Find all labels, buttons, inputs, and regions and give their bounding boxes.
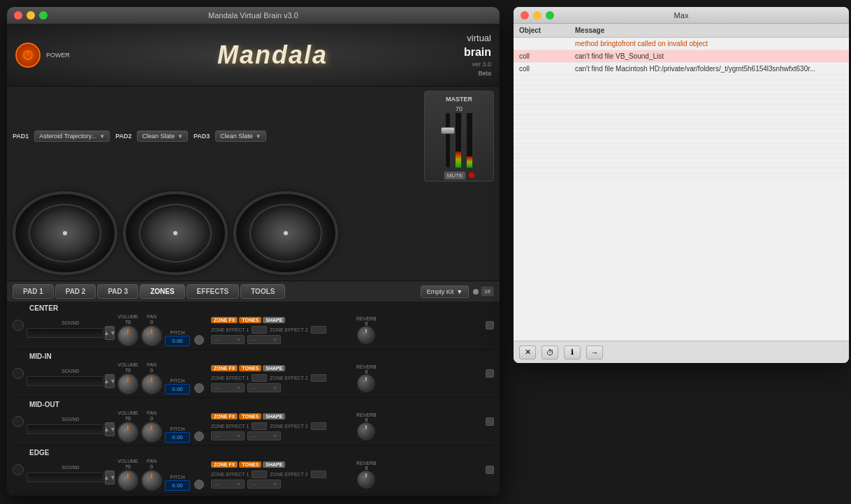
zone-midout-vol-knob[interactable]: [117, 422, 138, 443]
zone-midout-right-btn[interactable]: [486, 417, 494, 426]
zone-midin-sound: SOUND ▲▼: [27, 369, 115, 388]
zone-center-eff2-toggle[interactable]: [311, 326, 326, 334]
zone-midin-vpp: VOLUME 70 PAN 0 PITCH 0.00: [117, 362, 204, 394]
zone-midout-pan-knob[interactable]: [141, 422, 162, 443]
drum-pad-2[interactable]: [123, 191, 228, 275]
max-msg-row-2: coll can't find file Macintosh HD:/priva…: [514, 63, 849, 75]
max-arrow-button[interactable]: →: [586, 346, 603, 360]
zone-edge-sound-arrows[interactable]: ▲▼: [105, 470, 115, 484]
drum-pad-1[interactable]: [13, 191, 117, 275]
pad3-selector[interactable]: Clean Slate ▼: [215, 131, 266, 142]
pad1-selector[interactable]: Asteroid Trajectory... ▼: [34, 131, 110, 142]
drum-pad-3[interactable]: [233, 191, 338, 275]
tab-tools[interactable]: TOOLS: [240, 284, 285, 299]
zone-edge-pan-knob[interactable]: [141, 470, 162, 491]
max-info-button[interactable]: ℹ: [564, 346, 581, 360]
zone-center-sound-label: SOUND: [27, 320, 115, 325]
maximize-button[interactable]: [39, 11, 48, 20]
zone-edge-vol-knob[interactable]: [117, 470, 138, 491]
zone-center-sound-slider[interactable]: [27, 328, 103, 338]
zone-midin-eff2-toggle[interactable]: [311, 374, 326, 382]
zone-midout-toggle[interactable]: [13, 416, 24, 427]
zone-center-s-knob[interactable]: [194, 335, 204, 345]
zone-center-sound-arrows[interactable]: ▲▼: [105, 326, 115, 340]
zone-midin-eff2-drop[interactable]: —▼: [247, 383, 281, 392]
zone-edge-name: EDGE: [27, 449, 483, 457]
power-button[interactable]: [15, 43, 41, 68]
max-msg-row-8: [514, 100, 849, 105]
zone-center-vol-knob[interactable]: [117, 325, 138, 346]
zone-edge-eff2-toggle[interactable]: [311, 470, 326, 478]
zone-center-reverb-knob[interactable]: [357, 326, 375, 344]
max-time-button[interactable]: ⏱: [541, 346, 558, 360]
zone-midin-sound-arrows[interactable]: ▲▼: [105, 374, 115, 388]
vu-bar-left: [456, 151, 461, 168]
tab-pad2[interactable]: PAD 2: [55, 284, 96, 299]
max-msg-row-16: [514, 139, 849, 144]
zone-center-vol-label: VOLUME: [117, 314, 138, 319]
pad1-indicator: [63, 231, 67, 235]
zone-edge-eff1-drop[interactable]: —▼: [211, 480, 245, 489]
zone-edge-eff2-drop[interactable]: —▼: [247, 480, 281, 489]
zone-midout-eff1-toggle[interactable]: [252, 422, 267, 430]
zone-edge-right-btn[interactable]: [486, 466, 494, 474]
zone-edge-sound-slider[interactable]: [27, 473, 103, 482]
pad2-selector[interactable]: Clean Slate ▼: [137, 131, 187, 142]
master-fader-thumb[interactable]: [441, 127, 455, 134]
zone-midout-s-knob[interactable]: [194, 431, 204, 441]
zone-midin-pitch-label: PITCH: [170, 378, 185, 383]
zone-center-pan-label: PAN: [147, 314, 157, 319]
zone-midin-vol-group: VOLUME 70: [117, 362, 138, 394]
zone-midin-sound-slider[interactable]: [27, 376, 103, 386]
zone-center-eff2-drop[interactable]: —▼: [247, 335, 281, 344]
zone-center-fx-row1: ZONE EFFECT 1 ZONE EFFECT 2: [211, 326, 351, 334]
zone-edge-toggle[interactable]: [13, 464, 24, 475]
zone-center-eff1-drop[interactable]: —▼: [211, 335, 245, 344]
zone-midout-vol-group: VOLUME 70: [117, 410, 138, 443]
zone-center-pan-knob[interactable]: [141, 325, 162, 346]
tab-pad1[interactable]: PAD 1: [13, 284, 54, 299]
tab-pad3[interactable]: PAD 3: [97, 284, 138, 299]
vb-logo: virtual brain ver 3.0 Beta: [464, 32, 491, 78]
zone-midout-reverb-knob[interactable]: [357, 422, 375, 440]
mandala-header: POWER Mandala virtual brain ver 3.0 Beta: [7, 24, 500, 87]
zone-midout-sound-slider[interactable]: [27, 424, 103, 434]
zone-edge-eff1-toggle[interactable]: [252, 470, 267, 478]
zone-edge-s-knob[interactable]: [194, 480, 204, 489]
max-close-button[interactable]: [521, 11, 529, 20]
zone-center-toggle[interactable]: [13, 320, 24, 331]
zone-edge-reverb-knob[interactable]: [357, 470, 375, 489]
max-minimize-button[interactable]: [533, 11, 541, 20]
kit-arrow-icon: ▼: [456, 288, 463, 295]
zone-midout-pitch-val: 0.00: [165, 432, 190, 443]
max-maximize-button[interactable]: [546, 11, 554, 20]
max-clear-button[interactable]: ✕: [519, 346, 536, 360]
zone-center-eff1-toggle[interactable]: [252, 326, 267, 334]
zone-midout-vol-label: VOLUME: [117, 410, 138, 415]
max-msg-row-0: method bringtofront called on invalid ob…: [514, 38, 849, 50]
zone-midin-eff1-drop[interactable]: —▼: [211, 383, 245, 392]
zone-midin-pan-knob[interactable]: [141, 373, 162, 394]
zone-midin-eff1-toggle[interactable]: [252, 374, 267, 382]
mute-button[interactable]: MUTE: [444, 171, 467, 180]
zone-midout-eff2-drop[interactable]: —▼: [247, 431, 281, 440]
tab-zones[interactable]: ZONES: [140, 284, 184, 299]
minimize-button[interactable]: [27, 11, 35, 20]
zone-midin-s-knob[interactable]: [194, 383, 204, 393]
zone-midin-reverb-group: REVERB 0: [356, 364, 377, 392]
master-fader-track[interactable]: [445, 112, 451, 168]
zone-midin-vol-knob[interactable]: [117, 373, 138, 394]
zone-midout-eff1-drop[interactable]: —▼: [211, 431, 245, 440]
zone-midout-sound-arrows[interactable]: ▲▼: [105, 422, 115, 436]
tab-effects[interactable]: EFFECTS: [187, 284, 240, 299]
zone-center-right-btn[interactable]: [486, 321, 494, 329]
zone-midin-reverb-knob[interactable]: [357, 374, 375, 392]
zone-midout-vol-val: 70: [125, 416, 131, 421]
vu-meter-right: [466, 112, 473, 168]
zone-midin-right-btn[interactable]: [486, 369, 494, 378]
zone-midin-toggle[interactable]: [13, 368, 24, 379]
drum-pads: [7, 186, 500, 281]
zone-midout-eff2-toggle[interactable]: [311, 422, 326, 430]
kit-selector[interactable]: Empty Kit ▼: [421, 286, 469, 298]
close-button[interactable]: [14, 11, 22, 20]
